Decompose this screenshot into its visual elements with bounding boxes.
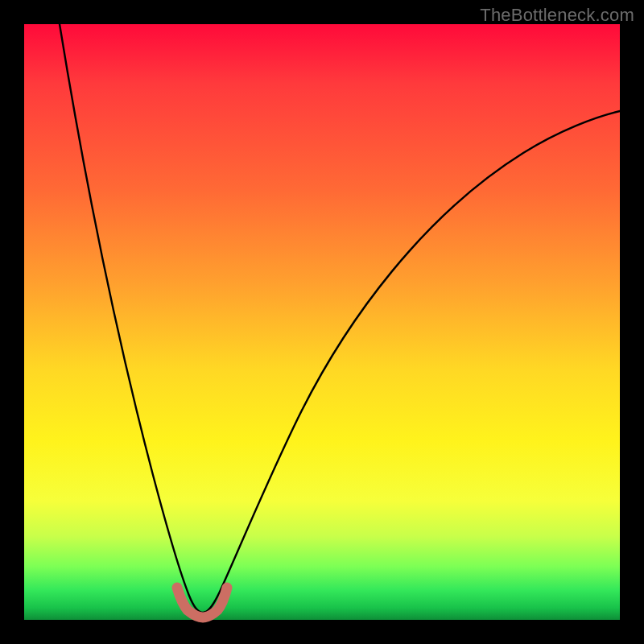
chart-stage: TheBottleneck.com — [0, 0, 644, 644]
plot-area — [24, 24, 620, 620]
curve-layer — [24, 24, 620, 620]
watermark-text: TheBottleneck.com — [480, 5, 634, 26]
bottleneck-curve — [60, 24, 620, 613]
